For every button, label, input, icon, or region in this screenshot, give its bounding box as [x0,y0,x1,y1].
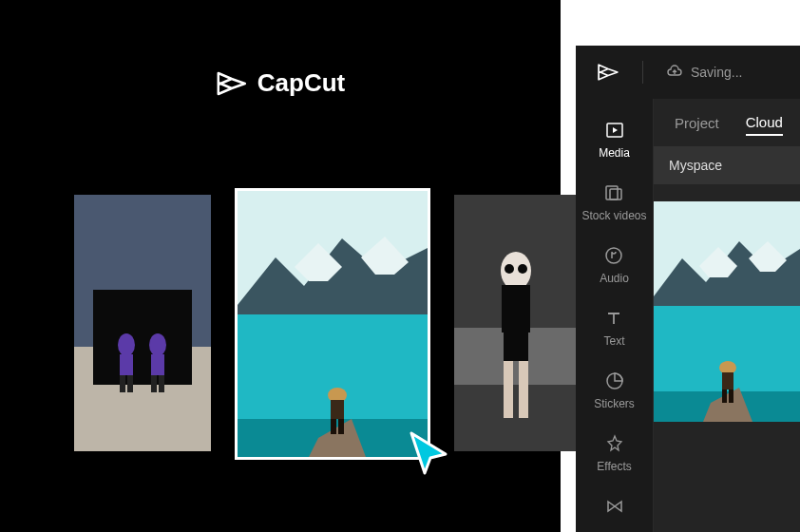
svg-rect-9 [151,375,157,392]
media-gallery [74,195,578,457]
rail-label: Text [603,334,624,348]
svg-rect-19 [331,400,344,419]
saving-label: Saving... [691,65,742,80]
svg-rect-45 [722,390,727,403]
svg-rect-33 [610,189,621,200]
audio-icon [603,245,624,266]
stock-icon [603,182,624,203]
rail-stickers[interactable]: Stickers [594,363,635,418]
svg-rect-27 [504,361,513,418]
tab-cloud[interactable]: Cloud [746,110,783,136]
gallery-thumb-selected[interactable] [238,191,428,457]
svg-rect-28 [519,361,528,418]
editor-panel: Saving... Media Stock videos Audio Te [576,46,800,532]
rail-label: Effects [597,460,631,473]
app-logo: CapCut [216,68,345,98]
svg-rect-26 [504,332,528,361]
svg-point-3 [118,333,135,356]
app-logo-text: CapCut [257,68,345,98]
svg-rect-4 [120,354,133,375]
transitions-icon [604,496,625,517]
capcut-logo-icon [216,70,248,97]
cloud-upload-icon [666,64,683,81]
effects-icon [604,433,625,454]
stickers-icon [604,370,625,391]
svg-rect-6 [127,375,133,392]
rail-text[interactable]: Text [603,300,624,355]
rail-stock-videos[interactable]: Stock videos [581,175,646,230]
svg-point-29 [505,264,514,274]
svg-rect-2 [93,290,192,385]
rail-transitions[interactable] [604,488,625,524]
saving-indicator: Saving... [666,64,742,81]
rail-label: Audio [600,272,629,285]
cursor-icon [404,428,455,479]
cloud-media-thumb[interactable] [654,201,800,422]
gallery-thumb[interactable] [74,195,211,451]
editor-header: Saving... [576,46,800,99]
space-selector[interactable]: Myspace [654,146,800,184]
gallery-thumb[interactable] [454,195,578,451]
svg-point-43 [719,361,736,374]
capcut-logo-icon [597,63,619,82]
svg-rect-32 [606,186,618,200]
media-icon [604,120,625,141]
tab-project[interactable]: Project [675,111,719,135]
text-icon [603,308,624,329]
svg-rect-10 [159,375,164,392]
svg-point-30 [518,264,527,274]
rail-audio[interactable]: Audio [600,238,629,293]
svg-rect-44 [722,372,733,390]
svg-rect-5 [120,375,125,392]
svg-rect-20 [331,419,336,434]
space-label: Myspace [669,158,722,173]
tool-rail: Media Stock videos Audio Text Stickers [576,99,654,532]
svg-rect-25 [502,285,530,332]
media-content: Project Cloud Myspace [654,99,800,532]
divider [642,61,643,84]
rail-media[interactable]: Media [599,112,630,167]
svg-point-34 [606,248,621,263]
rail-label: Stock videos [581,209,646,222]
svg-point-7 [149,333,166,356]
rail-label: Stickers [594,397,635,410]
main-panel: CapCut [0,0,561,532]
rail-label: Media [599,146,630,160]
svg-rect-8 [151,354,164,375]
media-tabs: Project Cloud [654,99,800,146]
rail-effects[interactable]: Effects [597,426,631,481]
svg-rect-46 [729,390,733,403]
svg-rect-21 [338,419,344,434]
